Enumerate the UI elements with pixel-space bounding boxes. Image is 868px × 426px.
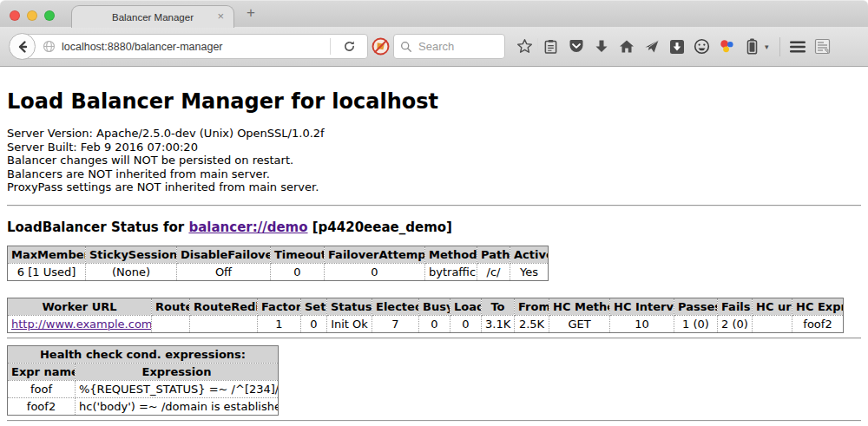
cell-expression: %{REQUEST_STATUS} =~ /^[234]/ bbox=[76, 380, 279, 397]
paper-plane-icon bbox=[644, 39, 660, 54]
colored-dots-icon bbox=[719, 38, 735, 55]
persist-notice-line: Balancer changes will NOT be persisted o… bbox=[7, 154, 861, 167]
browser-window: Balancer Manager × + localhost:8880/bala… bbox=[0, 0, 868, 426]
battery-icon bbox=[746, 38, 758, 55]
minimize-window-button[interactable] bbox=[27, 10, 37, 21]
page-title: Load Balancer Manager for localhost bbox=[7, 89, 861, 114]
table-header-row: Worker URL Route RouteRedir Factor Set S… bbox=[8, 298, 844, 315]
cell-elected: 7 bbox=[372, 315, 419, 332]
column-header: Active bbox=[510, 246, 549, 263]
save-extension-button[interactable] bbox=[667, 35, 687, 59]
globe-icon bbox=[43, 40, 56, 53]
colored-dots-extension-button[interactable] bbox=[717, 35, 738, 59]
cell-route bbox=[152, 315, 190, 332]
address-bar[interactable]: localhost:8880/balancer-manager bbox=[21, 34, 368, 59]
download-arrow-icon bbox=[595, 39, 608, 54]
column-header: Timeout bbox=[271, 246, 325, 263]
zoom-window-button[interactable] bbox=[44, 10, 55, 21]
table-header-row: Expr name Expression bbox=[8, 363, 279, 380]
menu-button[interactable] bbox=[787, 35, 808, 59]
column-header: HC Expr bbox=[792, 298, 844, 315]
home-button[interactable] bbox=[616, 35, 637, 59]
downloads-button[interactable] bbox=[591, 35, 612, 59]
cell-from: 2.5K bbox=[515, 315, 549, 332]
divider bbox=[7, 338, 861, 339]
new-tab-button[interactable]: + bbox=[247, 5, 255, 20]
smiley-icon bbox=[694, 38, 710, 55]
table-row: 6 [1 Used] (None) Off 0 0 bytraffic /c/ … bbox=[8, 263, 549, 280]
column-header: Route bbox=[152, 298, 190, 315]
heading-suffix: [p4420eeae_demo] bbox=[308, 220, 452, 235]
cell-expr-name: foof2 bbox=[8, 397, 76, 415]
tab-balancer-manager[interactable]: Balancer Manager × bbox=[71, 5, 234, 28]
chevron-down-icon[interactable]: ▾ bbox=[765, 43, 775, 51]
column-header: FailoverAttempts bbox=[325, 246, 425, 263]
column-header: Path bbox=[477, 246, 510, 263]
column-header: Passes bbox=[674, 298, 718, 315]
column-header: HC Interval bbox=[610, 298, 674, 315]
server-built-line: Server Built: Feb 9 2016 07:00:20 bbox=[7, 141, 861, 154]
page-content: Load Balancer Manager for localhost Serv… bbox=[0, 89, 868, 422]
cell-status: Init Ok bbox=[327, 315, 372, 332]
tab-close-icon[interactable]: × bbox=[217, 10, 224, 22]
balancer-demo-link[interactable]: balancer://demo bbox=[188, 220, 307, 235]
column-header: DisableFailover bbox=[177, 246, 271, 263]
column-header: Expression bbox=[76, 363, 279, 380]
cell-active: Yes bbox=[510, 263, 549, 280]
cell-to: 3.1K bbox=[482, 315, 515, 332]
table-header-row: MaxMembers StickySession DisableFailover… bbox=[8, 246, 549, 263]
search-input[interactable] bbox=[417, 39, 490, 54]
adblock-icon bbox=[372, 37, 390, 56]
column-header: HC uri bbox=[753, 298, 792, 315]
search-bar[interactable] bbox=[393, 34, 505, 59]
column-header: From bbox=[515, 298, 549, 315]
close-window-button[interactable] bbox=[10, 10, 20, 21]
reload-icon bbox=[343, 40, 356, 53]
heading-prefix: LoadBalancer Status for bbox=[7, 220, 188, 235]
toolbar-divider bbox=[537, 38, 538, 55]
reload-button[interactable] bbox=[339, 35, 360, 59]
tab-groups-button[interactable] bbox=[812, 35, 833, 59]
column-header: Set bbox=[301, 298, 327, 315]
worker-url-link[interactable]: http://www.example.com/ bbox=[11, 318, 152, 331]
cell-load: 0 bbox=[450, 315, 482, 332]
url-text[interactable]: localhost:8880/balancer-manager bbox=[62, 41, 324, 53]
server-version-line: Server Version: Apache/2.5.0-dev (Unix) … bbox=[7, 127, 861, 141]
cell-fails: 2 (0) bbox=[718, 315, 753, 332]
emoji-extension-button[interactable] bbox=[692, 35, 713, 59]
table-row: foof2 hc('body') =~ /domain is establish… bbox=[8, 397, 279, 415]
column-header: Worker URL bbox=[8, 298, 152, 315]
adblock-extension-button[interactable] bbox=[371, 35, 391, 59]
cell-stickysession: (None) bbox=[86, 263, 177, 280]
column-header: Elected bbox=[372, 298, 419, 315]
cell-expr-name: foof bbox=[8, 380, 76, 397]
column-header: RouteRedir bbox=[190, 298, 258, 315]
tab-title: Balancer Manager bbox=[112, 12, 194, 23]
column-header: MaxMembers bbox=[8, 246, 86, 263]
container-extension-button[interactable] bbox=[742, 35, 763, 59]
send-tab-button[interactable] bbox=[641, 35, 662, 59]
bookmark-star-button[interactable] bbox=[515, 35, 536, 59]
cell-method: bytraffic bbox=[425, 263, 477, 280]
worker-status-table: Worker URL Route RouteRedir Factor Set S… bbox=[7, 298, 844, 333]
column-header: Fails bbox=[718, 298, 753, 315]
balancer-status-heading: LoadBalancer Status for balancer://demo … bbox=[7, 220, 861, 235]
table-title-row: Health check cond. expressions: bbox=[8, 345, 279, 363]
reading-list-button[interactable] bbox=[541, 35, 562, 59]
column-header: HC Method bbox=[549, 298, 610, 315]
tab-strip: Balancer Manager × + bbox=[0, 0, 868, 27]
health-check-title: Health check cond. expressions: bbox=[8, 345, 279, 363]
cell-passes: 1 (0) bbox=[674, 315, 718, 332]
navigation-toolbar: localhost:8880/balancer-manager bbox=[0, 27, 868, 67]
home-icon bbox=[619, 39, 635, 54]
pocket-button[interactable] bbox=[566, 35, 587, 59]
divider bbox=[7, 420, 861, 422]
hamburger-icon bbox=[789, 40, 806, 54]
cell-routeredir bbox=[190, 315, 258, 332]
column-header: Load bbox=[450, 298, 482, 315]
cell-set: 0 bbox=[301, 315, 327, 332]
back-button[interactable] bbox=[9, 33, 36, 60]
square-download-icon bbox=[669, 39, 685, 55]
table-row: http://www.example.com/ 1 0 Init Ok 7 0 … bbox=[8, 315, 844, 332]
back-arrow-icon bbox=[16, 40, 30, 54]
